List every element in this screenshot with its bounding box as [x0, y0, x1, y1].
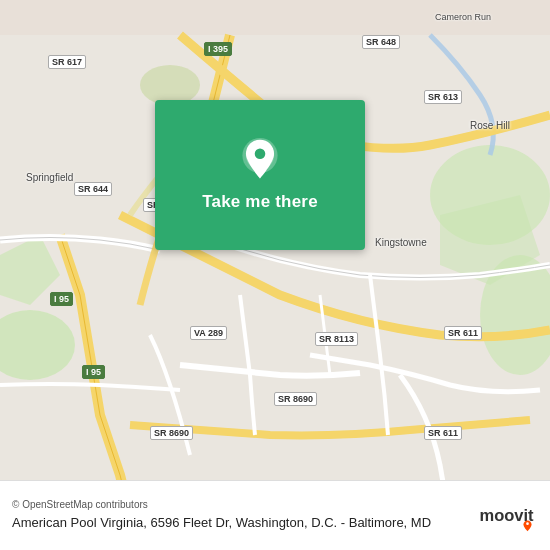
- road-badge-sr644a: SR 644: [74, 182, 112, 196]
- label-springfield: Springfield: [26, 172, 73, 183]
- take-me-there-button[interactable]: Take me there: [155, 100, 365, 250]
- svg-text:moovit: moovit: [480, 505, 535, 523]
- location-pin-icon: [238, 138, 282, 182]
- moovit-logo-svg: moovit: [478, 498, 538, 534]
- road-badge-i395: I 395: [204, 42, 232, 56]
- moovit-logo: moovit: [478, 498, 538, 534]
- road-badge-sr8690a: SR 8690: [274, 392, 317, 406]
- map-container: SR 617 I 395 SR 648 SR 613 SR 644 SR 644…: [0, 0, 550, 550]
- location-info: © OpenStreetMap contributors American Po…: [12, 499, 466, 532]
- svg-point-9: [255, 149, 266, 160]
- osm-attribution: © OpenStreetMap contributors: [12, 499, 466, 510]
- bottom-info-bar: © OpenStreetMap contributors American Po…: [0, 480, 550, 550]
- road-badge-sr8690b: SR 8690: [150, 426, 193, 440]
- svg-point-6: [140, 65, 200, 105]
- road-badge-sr611b: SR 611: [424, 426, 462, 440]
- road-badge-sr8113: SR 8113: [315, 332, 358, 346]
- map-background: [0, 0, 550, 550]
- road-badge-sr648: SR 648: [362, 35, 400, 49]
- take-me-there-label: Take me there: [202, 192, 318, 212]
- road-badge-i95b: I 95: [82, 365, 105, 379]
- label-kingstowne: Kingstowne: [375, 237, 427, 248]
- road-badge-sr613: SR 613: [424, 90, 462, 104]
- road-badge-va289: VA 289: [190, 326, 227, 340]
- location-title: American Pool Virginia, 6596 Fleet Dr, W…: [12, 514, 466, 532]
- svg-point-11: [526, 522, 529, 525]
- road-badge-i95a: I 95: [50, 292, 73, 306]
- road-badge-sr617: SR 617: [48, 55, 86, 69]
- label-cameron-run: Cameron Run: [435, 12, 491, 22]
- label-rose-hill: Rose Hill: [470, 120, 510, 131]
- road-badge-sr611a: SR 611: [444, 326, 482, 340]
